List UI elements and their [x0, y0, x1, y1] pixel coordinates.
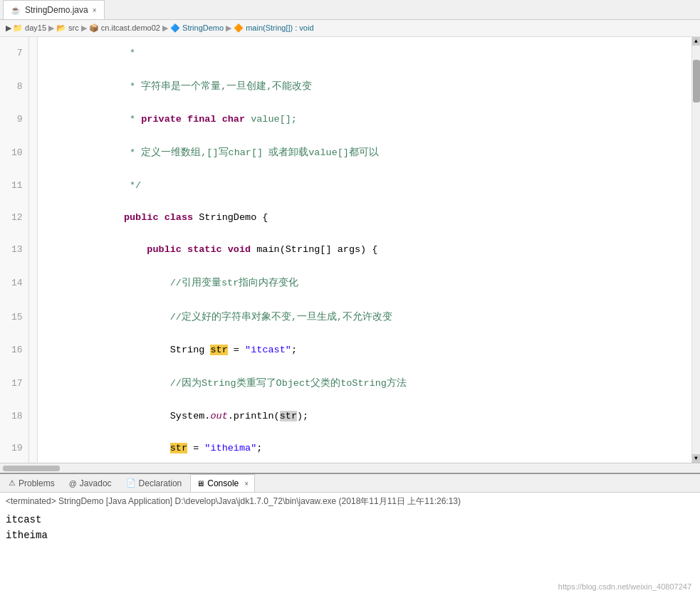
editor-area: 7 * 8 * 字符串是一个常量,一旦创建,不能改变: [0, 37, 700, 463]
line-number: 19: [0, 432, 28, 463]
line-number: 17: [0, 366, 28, 400]
tab-problems[interactable]: ⚠ Problems: [3, 474, 61, 492]
scroll-track: [692, 46, 700, 454]
console-output: itcast itheima: [6, 512, 694, 544]
table-row: 17 //因为String类重写了Object父类的toString方法: [0, 366, 691, 400]
code-content[interactable]: public static void main(String[] args) {: [37, 234, 691, 266]
gutter: [28, 432, 37, 463]
horizontal-scrollbar[interactable]: [0, 463, 700, 473]
code-content[interactable]: //引用变量str指向内存变化: [37, 266, 691, 300]
table-row: 15 //定义好的字符串对象不变,一旦生成,不允许改变: [0, 300, 691, 334]
code-content[interactable]: str = "itheima";: [37, 432, 691, 463]
gutter: [28, 37, 37, 69]
scroll-thumb[interactable]: [693, 60, 700, 103]
gutter: [28, 400, 37, 432]
table-row: 7 *: [0, 37, 691, 69]
tab-console-label: Console: [207, 478, 239, 488]
code-content[interactable]: */: [37, 169, 691, 201]
code-content[interactable]: System.out.println(str);: [37, 400, 691, 432]
tab-close-icon[interactable]: ×: [93, 6, 97, 14]
table-row: 13 public static void main(String[] args…: [0, 234, 691, 266]
line-number: 16: [0, 334, 28, 366]
tab-filename: StringDemo.java: [25, 5, 88, 15]
tab-declaration-label: Declaration: [139, 478, 182, 488]
breadcrumb: ▶ 📁 day15 ▶ 📂 src ▶ 📦 cn.itcast.demo02 ▶…: [0, 20, 700, 37]
scroll-up-button[interactable]: ▲: [692, 37, 701, 46]
code-content[interactable]: //因为String类重写了Object父类的toString方法: [37, 366, 691, 400]
table-row: 11 */: [0, 169, 691, 201]
console-line-2: itheima: [6, 528, 694, 543]
breadcrumb-package[interactable]: 📦 cn.itcast.demo02: [89, 23, 160, 33]
javadoc-icon: @: [69, 479, 77, 488]
breadcrumb-src[interactable]: 📂 src: [56, 23, 79, 33]
line-number: 15: [0, 300, 28, 334]
table-row: 9 * private final char value[];: [0, 103, 691, 135]
tab-javadoc[interactable]: @ Javadoc: [63, 474, 117, 492]
breadcrumb-method[interactable]: 🔶 main(String[]) : void: [234, 23, 313, 33]
code-content[interactable]: * 字符串是一个常量,一旦创建,不能改变: [37, 69, 691, 103]
code-content[interactable]: * private final char value[];: [37, 103, 691, 135]
tab-bar: ☕ StringDemo.java ×: [0, 0, 700, 20]
code-content[interactable]: String str = "itcast";: [37, 334, 691, 366]
tab-declaration[interactable]: 📄 Declaration: [120, 474, 188, 492]
gutter: [28, 169, 37, 201]
vertical-scrollbar[interactable]: ▲ ▼: [691, 37, 700, 463]
line-number: 7: [0, 37, 28, 69]
gutter: [28, 103, 37, 135]
breadcrumb-arrow: ▶: [6, 23, 11, 33]
table-row: 12 public class StringDemo {: [0, 201, 691, 234]
gutter: [28, 366, 37, 400]
h-scroll-thumb[interactable]: [3, 466, 60, 471]
scroll-down-button[interactable]: ▼: [692, 454, 701, 463]
table-row: 10 * 定义一维数组,[]写char[] 或者卸载value[]都可以: [0, 135, 691, 169]
watermark: https://blog.csdn.net/weixin_40807247: [558, 582, 691, 591]
code-table: 7 * 8 * 字符串是一个常量,一旦创建,不能改变: [0, 37, 691, 463]
console-panel: <terminated> StringDemo [Java Applicatio…: [0, 493, 700, 597]
line-number: 13: [0, 234, 28, 266]
problems-icon: ⚠: [9, 478, 16, 488]
code-content[interactable]: * 定义一维数组,[]写char[] 或者卸载value[]都可以: [37, 135, 691, 169]
table-row: 19 str = "itheima";: [0, 432, 691, 463]
console-header: <terminated> StringDemo [Java Applicatio…: [6, 495, 694, 508]
code-editor[interactable]: 7 * 8 * 字符串是一个常量,一旦创建,不能改变: [0, 37, 691, 463]
gutter: [28, 234, 37, 266]
breadcrumb-day15[interactable]: 📁 day15: [13, 23, 46, 33]
line-number: 9: [0, 103, 28, 135]
breadcrumb-class[interactable]: 🔷 StringDemo: [170, 23, 224, 33]
console-tab-close[interactable]: ×: [244, 480, 249, 488]
gutter: [28, 334, 37, 366]
gutter: [28, 69, 37, 103]
code-content[interactable]: //定义好的字符串对象不变,一旦生成,不允许改变: [37, 300, 691, 334]
java-file-icon: ☕: [11, 6, 21, 15]
gutter: [28, 135, 37, 169]
gutter: [28, 266, 37, 300]
gutter: [28, 300, 37, 334]
table-row: 8 * 字符串是一个常量,一旦创建,不能改变: [0, 69, 691, 103]
console-line-1: itcast: [6, 512, 694, 528]
table-row: 18 System.out.println(str);: [0, 400, 691, 432]
panel-tab-bar: ⚠ Problems @ Javadoc 📄 Declaration 🖥 Con…: [0, 474, 700, 493]
editor-tab[interactable]: ☕ StringDemo.java ×: [3, 0, 105, 19]
line-number: 12: [0, 201, 28, 234]
tab-javadoc-label: Javadoc: [80, 478, 112, 488]
tab-problems-label: Problems: [19, 478, 55, 488]
line-number: 14: [0, 266, 28, 300]
bottom-panel: ⚠ Problems @ Javadoc 📄 Declaration 🖥 Con…: [0, 473, 700, 597]
line-number: 8: [0, 69, 28, 103]
code-content[interactable]: public class StringDemo {: [37, 201, 691, 234]
gutter: [28, 201, 37, 234]
table-row: 16 String str = "itcast";: [0, 334, 691, 366]
line-number: 11: [0, 169, 28, 201]
line-number: 18: [0, 400, 28, 432]
table-row: 14 //引用变量str指向内存变化: [0, 266, 691, 300]
code-content[interactable]: *: [37, 37, 691, 69]
line-number: 10: [0, 135, 28, 169]
declaration-icon: 📄: [126, 478, 136, 488]
console-icon: 🖥: [197, 479, 204, 488]
tab-console[interactable]: 🖥 Console ×: [190, 474, 255, 492]
